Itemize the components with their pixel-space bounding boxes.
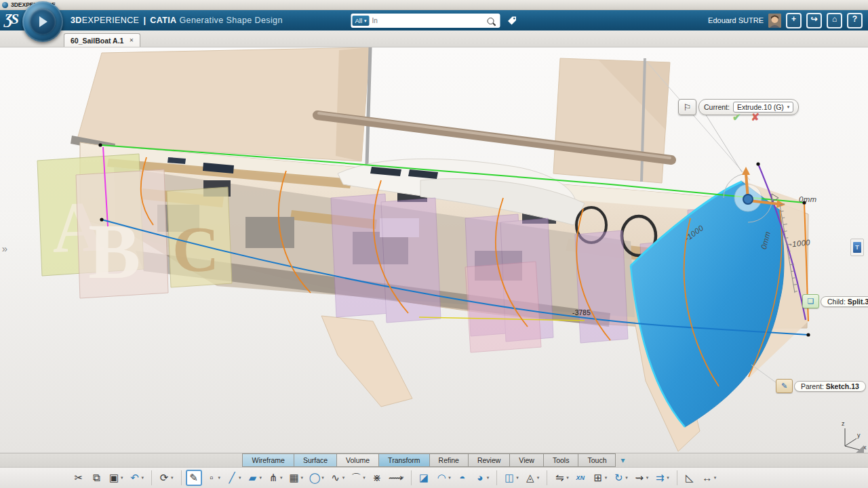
toolbar-separator [411,470,412,485]
chevron-down-icon[interactable]: ▾ [448,475,451,481]
sketch-button[interactable]: ✎ [186,470,202,486]
search-zone: All ▾ [351,14,517,28]
search-icon[interactable] [488,18,494,24]
intersection-button[interactable]: ⋇ [369,470,385,486]
left-panel-expander[interactable]: » [0,243,9,254]
measure-button[interactable]: ↔▾ [699,470,719,486]
corner-button[interactable]: ⌒▾ [348,470,368,486]
share-icon[interactable]: ↪ [806,13,822,28]
chevron-down-icon[interactable]: ▾ [218,475,221,481]
dassault-logo-icon: ƷS [5,11,18,28]
join-button[interactable]: ◫▾ [501,470,521,486]
update-button[interactable]: ⟳▾ [156,470,176,486]
line-button[interactable]: ╱▾ [224,470,243,486]
viewport-3d[interactable]: A B C [0,47,868,453]
tab-view[interactable]: View [509,453,544,467]
chevron-down-icon[interactable]: ▾ [142,475,144,481]
projection-button[interactable]: ⟿▾ [387,470,406,486]
confirm-controls: ✔ ✘ [732,111,760,123]
point-button[interactable]: ▫▾ [203,470,223,486]
law-button[interactable]: ◺ [682,470,698,486]
chevron-down-icon[interactable]: ▾ [301,475,304,481]
tab-tools[interactable]: Tools [543,453,579,467]
circle-button[interactable]: ◯▾ [307,470,326,486]
instantiate-xn-button[interactable]: XN [572,470,589,486]
right-panel-handle[interactable]: T [850,239,864,256]
sweep-surface-button[interactable]: ◠▾ [433,470,453,486]
chevron-down-icon[interactable]: ▾ [260,475,262,481]
tab-wireframe[interactable]: Wireframe [242,453,294,467]
close-icon[interactable]: ✕ [129,37,134,43]
tab-volume[interactable]: Volume [336,453,379,467]
fill-surface-button[interactable]: ◓ [454,470,471,486]
document-tab[interactable]: 60_SailBoat A.1 ✕ [64,33,140,47]
avatar[interactable] [768,14,781,28]
paste-button[interactable]: ▣▾ [106,470,125,486]
resize-grip[interactable] [853,445,864,453]
user-zone: Edouard SUTRE + ↪ ⌂ ? [708,10,863,30]
toolbar-separator [496,470,497,485]
chevron-down-icon[interactable]: ▾ [625,475,628,481]
chevron-down-icon[interactable]: ▾ [239,475,241,481]
tab-surface[interactable]: Surface [294,453,337,467]
cancel-icon[interactable]: ✘ [751,111,760,123]
chevron-down-icon[interactable]: ▾ [342,475,345,481]
section-plane-c[interactable]: C [167,187,232,287]
confirm-icon[interactable]: ✔ [732,111,741,123]
toolbar-separator [151,470,152,485]
title-divider: | [143,16,146,25]
tab-overflow-button[interactable]: ▾ [620,456,625,464]
chevron-down-icon[interactable]: ▾ [321,475,324,481]
tab-touch[interactable]: Touch [578,453,616,467]
symmetry-button[interactable]: ⇋▾ [551,470,571,486]
window-icon [2,2,8,8]
extrude-surface-button[interactable]: ◪ [416,470,432,486]
transform-button[interactable]: ⇉▾ [652,470,671,486]
chevron-down-icon[interactable]: ▾ [487,475,490,481]
search-filter-dropdown[interactable]: All ▾ [353,16,370,26]
chevron-down-icon[interactable]: ▾ [566,475,569,481]
leader-line [751,365,778,384]
chevron-down-icon[interactable]: ▾ [714,475,717,481]
pattern-button[interactable]: ⊞▾ [590,470,610,486]
chevron-down-icon[interactable]: ▾ [537,475,540,481]
undo-button[interactable]: ↶▾ [127,470,146,486]
grid-button[interactable]: ▦▾ [286,470,306,486]
chevron-down-icon[interactable]: ▾ [646,475,649,481]
home-icon[interactable]: ⌂ [827,13,842,28]
bottom-tab-row: Wireframe Surface Volume Transform Refin… [243,453,616,467]
select-flag-icon[interactable]: ⚐ [678,99,696,115]
blend-surface-button[interactable]: ◕▾ [472,470,492,486]
spline-button[interactable]: ∿▾ [328,470,347,486]
tab-review[interactable]: Review [468,453,510,467]
chevron-down-icon[interactable]: ▾ [516,475,519,481]
child-tag[interactable]: ❏ Child: Split.30 [802,294,868,308]
tag-icon[interactable] [507,16,517,26]
chevron-down-icon[interactable]: ▾ [171,475,174,481]
toolbar-separator [181,470,182,485]
chevron-down-icon[interactable]: ▾ [121,475,123,481]
chevron-down-icon[interactable]: ▾ [363,475,366,481]
healing-button[interactable]: ◬▾ [522,470,542,486]
add-button[interactable]: + [786,13,802,28]
search-bar[interactable]: All ▾ [351,14,500,28]
cut-button[interactable]: ✂ [71,470,87,486]
extrapolate-button[interactable]: ⇝▾ [631,470,651,486]
parent-tag[interactable]: ✎ Parent: Sketch.13 [776,379,866,393]
tab-refine[interactable]: Refine [429,453,469,467]
rotate-button[interactable]: ↻▾ [610,470,630,486]
search-input[interactable] [370,17,488,24]
chevron-down-icon[interactable]: ▾ [605,475,608,481]
axis-system-button[interactable]: ⋔▾ [265,470,285,486]
copy-button[interactable]: ⧉ [88,470,104,486]
chevron-down-icon[interactable]: ▾ [667,475,669,481]
station-dimension-label: -3785 [572,309,591,317]
section-letter-c: C [172,213,219,285]
help-icon[interactable]: ? [847,13,863,28]
chevron-down-icon[interactable]: ▾ [401,475,404,481]
3d-compass[interactable] [22,1,63,42]
plane-button[interactable]: ▰▾ [245,470,264,486]
tab-transform[interactable]: Transform [378,453,429,467]
user-name: Edouard SUTRE [708,16,764,24]
chevron-down-icon[interactable]: ▾ [280,475,283,481]
